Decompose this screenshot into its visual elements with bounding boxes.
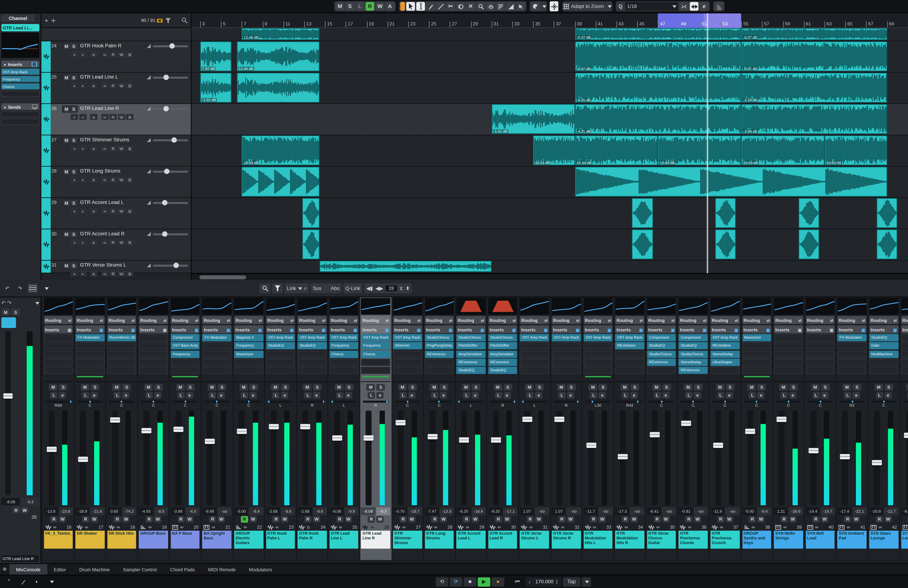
routing-rack-header[interactable]: Routing⇄: [393, 316, 422, 324]
timesig-dropdown[interactable]: [581, 577, 591, 586]
insert-slot[interactable]: [520, 342, 549, 350]
track-name[interactable]: GTR Hook Palm R: [80, 43, 121, 49]
audio-event[interactable]: [632, 198, 653, 228]
read-automation-button[interactable]: R: [109, 114, 117, 120]
quantize-value[interactable]: 1/16: [625, 2, 678, 11]
channel-curve-thumbnail[interactable]: [76, 298, 105, 315]
channel-listen-button[interactable]: L: [717, 392, 724, 399]
channel-name[interactable]: SYN Soft Lead: [901, 531, 908, 549]
fader-cap[interactable]: [300, 424, 310, 430]
channel-read-button[interactable]: R: [177, 516, 185, 523]
channel-peak-value[interactable]: -9.4: [757, 507, 771, 515]
insert-slot[interactable]: [107, 366, 136, 374]
window-tab-mixconsole[interactable]: MixConsole: [9, 564, 47, 575]
channel-listen-button[interactable]: L: [399, 392, 407, 399]
channel-solo-button[interactable]: S: [91, 384, 99, 391]
channel-db-value[interactable]: -2.68: [266, 507, 280, 515]
fader-track[interactable]: [652, 411, 658, 505]
channel-strip-35[interactable]: Routing⇄Inserts▣CompressorStudioEQStudio…: [646, 297, 678, 560]
insert-slot[interactable]: [107, 358, 136, 366]
channel-name[interactable]: DR Stick Hits: [107, 531, 136, 549]
insert-slot[interactable]: [139, 366, 168, 374]
channel-peak-value[interactable]: -8.5: [154, 507, 168, 515]
channel-curve-thumbnail[interactable]: [361, 298, 390, 315]
channel-name[interactable]: BA P Bass: [171, 531, 200, 549]
inserts-rack-header[interactable]: Inserts▣: [806, 325, 835, 333]
pan-control[interactable]: C: [234, 400, 263, 409]
channel-name[interactable]: GTR Shimmer Strums: [393, 531, 422, 549]
track-row[interactable]: 27MSGTR Shimmer Strums●◖e∞RW≣: [42, 135, 191, 167]
channel-peak-value[interactable]: -oo: [662, 507, 676, 515]
write-automation-button[interactable]: W: [118, 239, 125, 245]
audio-event[interactable]: -2.29 dB: [741, 72, 887, 103]
channel-write-button[interactable]: W: [884, 516, 892, 523]
pan-control[interactable]: R42: [615, 400, 644, 409]
send-level-bar[interactable]: [744, 376, 770, 378]
volume-slider-knob[interactable]: [163, 74, 169, 80]
audio-event[interactable]: 10.53 dB: [658, 135, 741, 165]
fader-cap[interactable]: [904, 433, 908, 438]
insert-slot[interactable]: REVerence: [425, 350, 454, 358]
channel-write-button[interactable]: W: [59, 516, 66, 523]
channel-strip-38[interactable]: Routing⇄Inserts▣MaximizerMSLeC-5.00-9.4R…: [741, 297, 773, 560]
routing-rack-header[interactable]: Routing⇄: [425, 316, 454, 324]
write-automation-button[interactable]: W: [118, 208, 125, 214]
audio-event[interactable]: [302, 198, 320, 228]
insert-slot[interactable]: [552, 366, 581, 374]
insert-slot[interactable]: UltraShaper: [710, 358, 739, 366]
channel-solo-button[interactable]: S: [757, 384, 766, 391]
channel-curve-thumbnail[interactable]: [901, 298, 908, 315]
quantize-menu[interactable]: Q 1/16 e: [616, 1, 710, 11]
channel-name[interactable]: SYN Bell Lead: [806, 531, 835, 549]
pan-control[interactable]: C: [679, 400, 708, 409]
channel-read-button[interactable]: R: [749, 516, 756, 523]
channel-read-button[interactable]: R: [336, 516, 343, 523]
audio-event[interactable]: [799, 230, 819, 259]
channel-peak-value[interactable]: -9.3: [376, 507, 390, 515]
insert-slot[interactable]: ModMachine: [869, 350, 898, 358]
inserts-rack-header[interactable]: Inserts▣: [266, 325, 295, 333]
stereo-icon[interactable]: ∞: [101, 145, 108, 151]
channel-edit-button[interactable]: e: [726, 392, 733, 399]
channel-name[interactable]: GROUP Bass: [139, 531, 168, 549]
routing-rack-header[interactable]: Routing⇄: [710, 316, 739, 324]
channel-peak-value[interactable]: -8.6: [281, 507, 295, 515]
channel-name[interactable]: GTR Prechorus Crunch: [710, 531, 739, 549]
racks-dropdown[interactable]: [40, 283, 51, 293]
insert-slot[interactable]: [583, 366, 613, 374]
channel-peak-value[interactable]: -8.6: [312, 507, 327, 515]
track-mute-button[interactable]: M: [63, 106, 70, 112]
fader-cap[interactable]: [174, 427, 184, 432]
channel-db-value[interactable]: -11.9: [710, 507, 724, 515]
channel-mute-button[interactable]: M: [525, 384, 534, 391]
channel-curve-thumbnail[interactable]: [806, 298, 835, 315]
insert-slot[interactable]: Compressor: [679, 334, 708, 341]
inserts-rack-header[interactable]: Inserts▣: [76, 325, 105, 333]
channel-db-value[interactable]: -8.08: [329, 507, 344, 515]
track-row[interactable]: 24MSGTR Hook Palm R●◖e∞RW≣: [42, 42, 191, 73]
insert-slot[interactable]: StudioEQ: [647, 342, 676, 350]
event-lane[interactable]: [192, 230, 908, 261]
audio-event[interactable]: [799, 198, 819, 228]
channel-read-button[interactable]: R: [812, 516, 819, 523]
inspector-track-name[interactable]: GTR Lead Li...: [1, 24, 39, 31]
channel-name[interactable]: GTR Prechorus Chords: [679, 531, 708, 549]
search-icon[interactable]: [182, 18, 187, 23]
channel-write-button[interactable]: W: [408, 516, 415, 523]
channel-edit-button[interactable]: e: [630, 392, 638, 399]
insert-slot[interactable]: [203, 350, 232, 358]
auto-scroll-button[interactable]: [400, 2, 405, 11]
audio-event[interactable]: -1.01 dB: [200, 72, 231, 103]
channel-write-button[interactable]: W: [757, 516, 765, 523]
fader-cap[interactable]: [681, 421, 691, 426]
audio-event[interactable]: 10.53 dB: [741, 135, 824, 165]
channel-listen-button[interactable]: L: [145, 392, 153, 399]
channel-write-button[interactable]: W: [630, 516, 638, 523]
channel-edit-button[interactable]: e: [789, 392, 797, 399]
channel-write-button[interactable]: W: [662, 516, 670, 523]
channel-edit-button[interactable]: e: [440, 392, 447, 399]
fader-cap[interactable]: [78, 457, 88, 462]
channel-edit-button[interactable]: e: [599, 392, 606, 399]
insert-slot[interactable]: StudioEQ: [456, 366, 485, 374]
inserts-rack-header[interactable]: Inserts▣: [234, 325, 263, 333]
